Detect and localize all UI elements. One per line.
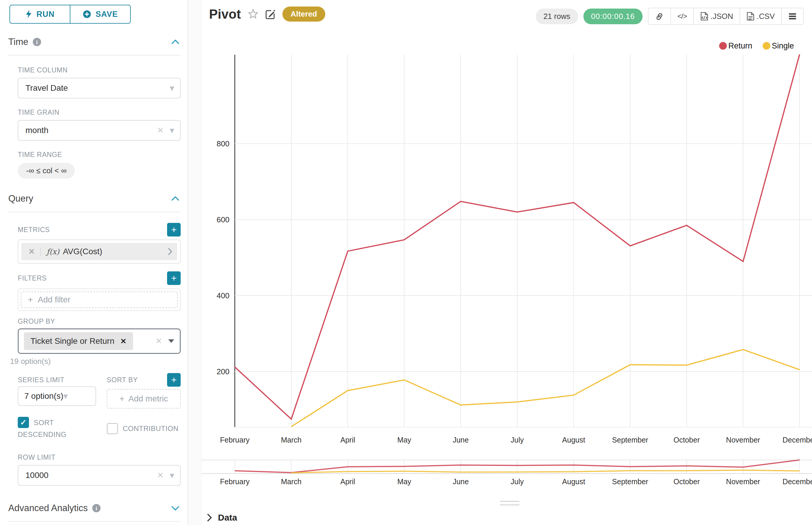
svg-text:October: October <box>674 477 700 486</box>
chart-menu-button[interactable] <box>781 8 803 24</box>
export-json-button[interactable]: .JSON <box>693 8 740 24</box>
row-limit-select[interactable]: 10000 ✕ ▾ <box>18 465 181 486</box>
view-query-button[interactable]: </> <box>670 8 693 24</box>
row-limit-value: 10000 <box>26 470 48 480</box>
time-range-label: TIME RANGE <box>18 151 181 159</box>
time-column-select[interactable]: Travel Date ▾ <box>18 78 181 99</box>
json-file-icon <box>700 12 708 21</box>
favorite-star-icon[interactable] <box>248 9 259 20</box>
add-filter-dropzone[interactable]: + Add filter <box>21 291 178 308</box>
chevron-right-icon <box>207 513 212 522</box>
group-by-options-hint: 19 option(s) <box>10 357 173 366</box>
svg-text:November: November <box>726 477 760 486</box>
export-csv-button[interactable]: .CSV <box>740 8 781 24</box>
control-panel-sidebar: RUN SAVE Time i TIME COLUMN Travel Date … <box>0 0 188 525</box>
group-by-select[interactable]: Ticket Single or Return ✕ ✕ <box>18 328 181 354</box>
time-grain-select[interactable]: month ✕ ▾ <box>18 120 181 141</box>
chart-panel: Pivot Altered 21 rows 00:00:00.16 </> .J… <box>201 0 812 525</box>
hamburger-icon <box>788 13 797 20</box>
filters-label: FILTERS <box>18 274 47 282</box>
svg-text:October: October <box>674 436 700 444</box>
clear-icon[interactable]: ✕ <box>157 126 164 135</box>
code-icon: </> <box>677 12 687 20</box>
svg-text:December: December <box>782 477 812 486</box>
group-by-tag: Ticket Single or Return ✕ <box>24 332 133 350</box>
advanced-analytics-header[interactable]: Advanced Analytics i <box>8 503 181 513</box>
add-filter-button[interactable]: + <box>167 271 181 285</box>
sort-by-placeholder: Add metric <box>128 394 168 404</box>
query-section-title: Query <box>8 193 33 204</box>
remove-tag-icon[interactable]: ✕ <box>120 337 127 346</box>
panel-resize-gutter[interactable] <box>189 0 201 525</box>
add-sort-metric-button[interactable]: + <box>167 373 181 387</box>
chart-title: Pivot <box>209 7 241 21</box>
svg-text:September: September <box>612 436 648 444</box>
panel-drag-handle[interactable] <box>500 501 519 508</box>
svg-text:March: March <box>281 477 301 486</box>
run-button[interactable]: RUN <box>10 5 70 23</box>
svg-text:August: August <box>562 477 585 486</box>
metrics-container: ✕ ƒ(x) AVG(Cost) <box>18 239 181 264</box>
time-range-pill[interactable]: -∞ ≤ col < ∞ <box>18 163 75 179</box>
filters-container: + Add filter <box>18 288 181 311</box>
metric-pill[interactable]: ✕ ƒ(x) AVG(Cost) <box>21 243 177 260</box>
edit-pencil-icon[interactable] <box>265 9 276 19</box>
chevron-right-icon[interactable] <box>168 247 173 256</box>
svg-text:200: 200 <box>217 367 230 376</box>
query-section-header[interactable]: Query <box>8 193 181 204</box>
svg-text:400: 400 <box>217 291 230 300</box>
csv-file-icon <box>747 12 754 21</box>
export-json-label: .JSON <box>711 12 733 21</box>
save-button[interactable]: SAVE <box>70 5 130 23</box>
sort-by-label: SORT BY <box>107 376 138 384</box>
plus-icon: + <box>28 295 33 305</box>
plus-icon: + <box>119 394 124 404</box>
link-icon <box>655 12 664 21</box>
chevron-up-icon[interactable] <box>171 40 179 44</box>
line-chart[interactable]: FebruaryMarchAprilMayJuneJulyAugustSepte… <box>201 35 812 449</box>
share-link-button[interactable] <box>649 8 670 24</box>
altered-badge[interactable]: Altered <box>282 6 326 21</box>
caret-down-icon <box>168 339 175 343</box>
svg-text:800: 800 <box>217 139 230 148</box>
metrics-label: METRICS <box>18 226 50 234</box>
svg-text:August: August <box>562 436 585 444</box>
time-column-label: TIME COLUMN <box>18 66 181 74</box>
run-button-label: RUN <box>36 10 55 19</box>
series-limit-select[interactable]: 7 option(s) ▾ <box>18 386 96 406</box>
time-section-header[interactable]: Time i <box>8 37 181 47</box>
query-timer-badge: 00:00:00.16 <box>584 9 643 24</box>
sort-by-dropzone[interactable]: + Add metric <box>107 389 181 408</box>
contribution-checkbox[interactable] <box>107 423 118 434</box>
section-divider <box>8 212 181 212</box>
save-button-label: SAVE <box>95 10 118 19</box>
remove-metric-icon[interactable]: ✕ <box>26 247 41 256</box>
svg-text:June: June <box>453 477 469 486</box>
time-brush-mini-chart[interactable]: FebruaryMarchAprilMayJuneJulyAugustSepte… <box>201 457 812 493</box>
svg-text:May: May <box>397 436 411 444</box>
chevron-up-icon[interactable] <box>171 196 179 201</box>
superset-explore-view: RUN SAVE Time i TIME COLUMN Travel Date … <box>0 0 812 525</box>
svg-text:March: March <box>281 436 301 444</box>
sort-descending-checkbox[interactable]: ✓ <box>18 417 29 428</box>
svg-text:April: April <box>340 436 355 444</box>
checkmark-icon: ✓ <box>20 418 27 427</box>
clear-icon[interactable]: ✕ <box>157 470 164 480</box>
chevron-down-icon[interactable] <box>171 506 179 511</box>
run-save-button-group: RUN SAVE <box>10 5 131 24</box>
time-grain-label: TIME GRAIN <box>18 108 181 117</box>
time-grain-value: month <box>26 126 48 135</box>
add-metric-button[interactable]: + <box>167 223 181 237</box>
svg-text:April: April <box>340 477 355 486</box>
info-icon: i <box>32 38 41 46</box>
clear-icon[interactable]: ✕ <box>155 336 162 346</box>
export-button-group: </> .JSON .CSV <box>648 8 804 25</box>
svg-text:Single: Single <box>772 41 794 50</box>
svg-text:i: i <box>95 505 97 511</box>
data-panel-toggle[interactable]: Data <box>207 513 237 523</box>
plus-circle-icon <box>83 10 91 19</box>
series-limit-label: SERIES LIMIT <box>18 376 96 384</box>
caret-down-icon: ▾ <box>170 126 174 135</box>
add-filter-placeholder: Add filter <box>38 295 71 304</box>
section-divider <box>8 55 181 56</box>
